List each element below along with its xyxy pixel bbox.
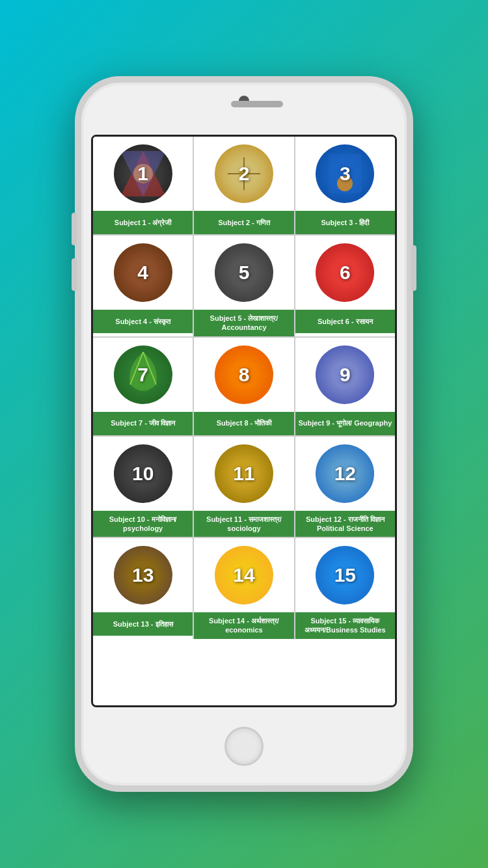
subject-card-4[interactable]: 4Subject 4 - संस्कृत: [93, 236, 193, 336]
subject-icon-area-2: 2: [194, 137, 293, 211]
subject-label-13: Subject 13 - इतिहास: [93, 612, 193, 636]
phone-frame: 1Subject 1 - अंग्रेजी 2Subject 2 - गणित …: [75, 76, 413, 792]
subject-card-9[interactable]: 9Subject 9 - भूगोल/ Geography: [295, 338, 395, 435]
screen-content: 1Subject 1 - अंग्रेजी 2Subject 2 - गणित …: [93, 137, 395, 705]
subject-circle-15: 15: [316, 546, 374, 604]
subject-circle-5: 5: [215, 243, 273, 302]
subject-card-10[interactable]: 10Subject 10 - मनोविज्ञान/ psychology: [93, 437, 193, 537]
subject-circle-14: 14: [215, 546, 273, 604]
phone-bottom-bar: [224, 707, 264, 785]
subject-circle-13: 13: [114, 546, 172, 604]
subject-card-6[interactable]: 6Subject 6 - रसायन: [295, 236, 395, 336]
subject-icon-area-3: 3: [295, 137, 395, 211]
subject-card-11[interactable]: 11Subject 11 - समाजशास्त्र/ sociology: [194, 437, 293, 537]
subjects-grid: 1Subject 1 - अंग्रेजी 2Subject 2 - गणित …: [93, 137, 395, 639]
subject-icon-area-13: 13: [93, 538, 193, 612]
subject-circle-9: 9: [316, 346, 374, 404]
subject-circle-4: 4: [114, 243, 172, 302]
subject-card-14[interactable]: 14Subject 14 - अर्थशास्त्र/ economics: [194, 538, 293, 639]
subject-label-1: Subject 1 - अंग्रेजी: [93, 211, 193, 234]
volume-up-button: [72, 213, 77, 245]
subject-circle-7: 7: [114, 346, 172, 404]
subject-label-5: Subject 5 - लेखाशास्त्र/ Accountancy: [194, 310, 293, 336]
subject-icon-area-8: 8: [194, 338, 293, 412]
subject-icon-area-15: 15: [295, 538, 395, 612]
subject-card-2[interactable]: 2Subject 2 - गणित: [194, 137, 293, 234]
subject-label-10: Subject 10 - मनोविज्ञान/ psychology: [93, 511, 193, 537]
subject-label-9: Subject 9 - भूगोल/ Geography: [295, 412, 395, 435]
phone-top-bar: [81, 83, 407, 135]
subject-icon-area-12: 12: [295, 437, 395, 511]
subject-card-5[interactable]: 5Subject 5 - लेखाशास्त्र/ Accountancy: [194, 236, 293, 336]
power-button: [411, 245, 416, 291]
subject-icon-area-10: 10: [93, 437, 193, 511]
subject-icon-area-14: 14: [194, 538, 293, 612]
subject-label-11: Subject 11 - समाजशास्त्र/ sociology: [194, 511, 293, 537]
subject-icon-area-11: 11: [194, 437, 293, 511]
subject-label-6: Subject 6 - रसायन: [295, 310, 395, 333]
subject-circle-3: 3: [316, 144, 374, 203]
subject-circle-10: 10: [114, 444, 172, 503]
subject-label-8: Subject 8 - भौतिकी: [194, 412, 293, 435]
subject-label-14: Subject 14 - अर्थशास्त्र/ economics: [194, 612, 293, 639]
subject-label-3: Subject 3 - हिंदी: [295, 211, 395, 234]
subject-circle-6: 6: [316, 243, 374, 302]
subject-circle-2: 2: [215, 144, 273, 203]
subject-card-13[interactable]: 13Subject 13 - इतिहास: [93, 538, 193, 639]
subject-label-4: Subject 4 - संस्कृत: [93, 310, 193, 333]
subject-card-15[interactable]: 15Subject 15 - व्यावसायिक अध्ययन/Busines…: [295, 538, 395, 639]
subject-card-3[interactable]: 3Subject 3 - हिंदी: [295, 137, 395, 234]
subject-icon-area-6: 6: [295, 236, 395, 310]
subject-label-7: Subject 7 - जीव विज्ञान: [93, 412, 193, 435]
subject-label-2: Subject 2 - गणित: [194, 211, 293, 234]
subject-icon-area-5: 5: [194, 236, 293, 310]
subject-card-12[interactable]: 12Subject 12 - राजनीति विज्ञान Political…: [295, 437, 395, 537]
subject-icon-area-7: 7: [93, 338, 193, 412]
subject-card-1[interactable]: 1Subject 1 - अंग्रेजी: [93, 137, 193, 234]
subject-icon-area-1: 1: [93, 137, 193, 211]
home-button[interactable]: [224, 727, 264, 766]
subject-circle-1: 1: [114, 144, 172, 203]
subject-circle-12: 12: [316, 444, 374, 503]
subject-card-8[interactable]: 8Subject 8 - भौतिकी: [194, 338, 293, 435]
subject-card-7[interactable]: 7Subject 7 - जीव विज्ञान: [93, 338, 193, 435]
subject-circle-8: 8: [215, 346, 273, 404]
subject-icon-area-9: 9: [295, 338, 395, 412]
subject-label-15: Subject 15 - व्यावसायिक अध्ययन/Business …: [295, 612, 395, 639]
volume-down-button: [72, 258, 77, 291]
phone-screen: 1Subject 1 - अंग्रेजी 2Subject 2 - गणित …: [91, 135, 397, 707]
subject-label-12: Subject 12 - राजनीति विज्ञान Political S…: [295, 511, 395, 537]
subject-circle-11: 11: [215, 444, 273, 503]
subject-icon-area-4: 4: [93, 236, 193, 310]
speaker-icon: [231, 101, 283, 107]
